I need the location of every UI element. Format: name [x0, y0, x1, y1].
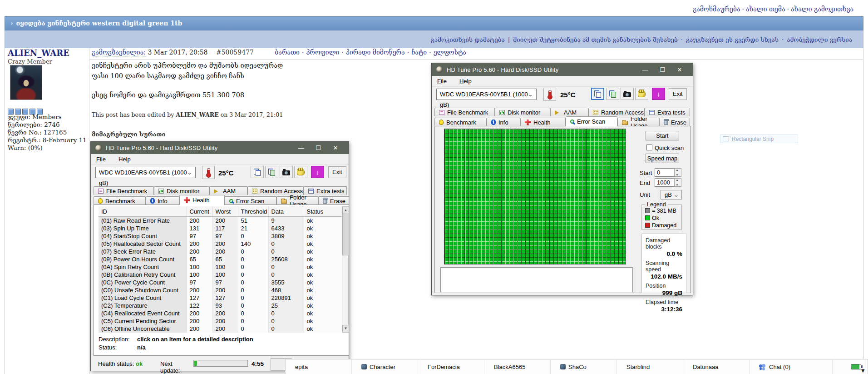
temperature-button[interactable]	[543, 88, 556, 101]
smart-row[interactable]: (03) Spin Up Time 131 117 21 6433 ok	[99, 224, 342, 232]
smart-row[interactable]: (05) Reallocated Sector Count 200 200 14…	[99, 240, 342, 248]
tab-file-benchmark[interactable]: File Benchmark	[94, 186, 154, 195]
copy-button[interactable]	[251, 166, 264, 178]
maximize-button[interactable]: ☐	[654, 64, 671, 76]
save-screenshot-button[interactable]	[265, 166, 278, 178]
scroll-down-icon[interactable]: ▼	[342, 325, 349, 332]
topic-subbar-link[interactable]: ამობეჭდილი ვერსია	[787, 36, 852, 43]
start-field[interactable]: 0	[655, 168, 675, 177]
tab-file-benchmark[interactable]: File Benchmark	[434, 108, 495, 116]
forum-top-link[interactable]: ახალი გამოკითხვა	[791, 5, 853, 13]
temperature-button[interactable]	[202, 166, 215, 179]
smart-column-header[interactable]: Status	[304, 206, 342, 217]
smart-column-header[interactable]: Threshold	[238, 206, 268, 217]
quick-scan-checkbox[interactable]	[646, 145, 652, 150]
topic-subbar-link[interactable]: გამოკითხვის დამატება	[431, 36, 505, 43]
speed-map-button[interactable]: Speed map	[646, 154, 679, 163]
smart-row[interactable]: (C4) Reallocated Event Count 200 200 0 0…	[99, 309, 342, 317]
taskbar-item-chat-0-[interactable]: Chat (0)	[750, 359, 833, 374]
smart-column-header[interactable]: Worst	[212, 206, 238, 217]
menu-file[interactable]: File	[437, 78, 447, 85]
tab-error-scan[interactable]: Error Scan	[225, 196, 276, 205]
end-field[interactable]: 1000	[655, 178, 675, 187]
battery-icon[interactable]	[851, 364, 861, 369]
tab-disk-monitor[interactable]: Disk monitor	[495, 108, 550, 116]
unit-dropdown[interactable]: gB⌄	[661, 190, 682, 199]
tab-info[interactable]: Info	[487, 118, 520, 126]
taskbar-item-starblind[interactable]: Starblind	[617, 359, 683, 374]
tab-folder-usage[interactable]: Folder Usage	[617, 118, 659, 126]
table-scrollbar[interactable]: ▲ ▼	[342, 206, 349, 333]
forum-top-link[interactable]: ახალი თემა	[746, 5, 785, 13]
smart-column-header[interactable]: Data	[268, 206, 304, 217]
end-spinner[interactable]	[674, 178, 681, 187]
topic-subbar-link[interactable]: გაუგზავნეთ ეს გვერდი სხვას	[686, 36, 779, 43]
scroll-corner-arrow-icon[interactable]: ▼	[861, 368, 865, 373]
taskbar-item-blacka6565[interactable]: BlackA6565	[484, 359, 551, 374]
tab-erase[interactable]: Erase	[659, 118, 690, 126]
start-scan-button[interactable]: Start	[646, 131, 679, 140]
minimize-button[interactable]: —	[292, 142, 310, 154]
smart-row[interactable]: (04) Start/Stop Count 97 97 0 3809 ok	[99, 232, 342, 240]
taskbar-item-shaco[interactable]: ShaCo	[551, 359, 617, 374]
taskbar-item-character[interactable]: Character	[352, 359, 418, 374]
taskbar-item-datunaaa[interactable]: Datunaaa	[683, 359, 750, 374]
smart-row[interactable]: (07) Seek Error Rate 200 200 0 0 ok	[99, 248, 342, 255]
drive-select[interactable]: WDC WD10EARS-00Y5B1 (1000 gB)⌄	[95, 167, 196, 178]
tab-benchmark[interactable]: Benchmark	[94, 196, 146, 205]
screenshot-button[interactable]	[621, 88, 634, 100]
copy-button[interactable]	[591, 88, 604, 100]
username-link[interactable]: ALIEN_WARE	[8, 48, 69, 58]
update-button[interactable]: ↓	[652, 88, 665, 100]
post-action-link[interactable]: ჩატი	[411, 49, 427, 56]
smart-row[interactable]: (C5) Current Pending Sector 200 200 0 0 …	[99, 317, 342, 325]
options-button[interactable]	[294, 166, 307, 178]
tab-info[interactable]: Info	[146, 196, 179, 205]
smart-row[interactable]: (0A) Spin Retry Count 100 100 0 0 ok	[99, 263, 342, 271]
post-action-link[interactable]: ელფოსტა	[434, 49, 466, 56]
menu-file[interactable]: File	[96, 156, 106, 163]
window-title-bar[interactable]: HD Tune Pro 5.60 - Hard Disk/SSD Utility…	[432, 63, 693, 76]
smart-row[interactable]: (C2) Temperature 122 93 0 25 ok	[99, 302, 342, 309]
menu-help[interactable]: Help	[118, 156, 131, 163]
smart-row[interactable]: (C0) Unsafe Shutdown Count 200 200 0 468…	[99, 286, 342, 294]
smart-row[interactable]: (0C) Power Cycle Count 97 97 0 3555 ok	[99, 279, 342, 286]
menu-help[interactable]: Help	[459, 78, 472, 85]
maximize-button[interactable]: ☐	[310, 142, 327, 154]
tab-error-scan[interactable]: Error Scan	[566, 116, 617, 126]
tab-aam[interactable]: AAM	[209, 186, 247, 195]
tab-health[interactable]: Health	[179, 195, 225, 205]
tab-erase[interactable]: Erase	[318, 196, 349, 205]
tab-folder-usage[interactable]: Folder Usage	[276, 196, 318, 205]
save-screenshot-button[interactable]	[606, 88, 619, 100]
smart-column-header[interactable]: ID	[99, 206, 187, 217]
drive-select[interactable]: WDC WD10EARS-00Y5B1 (1000 gB)⌄	[436, 89, 537, 100]
smart-row[interactable]: (C1) Load Cycle Count 127 127 0 220891 o…	[99, 294, 342, 302]
post-action-link[interactable]: პროფილი	[306, 49, 339, 56]
tab-benchmark[interactable]: Benchmark	[434, 118, 487, 126]
forum-top-link[interactable]: გამოხმაურება	[693, 5, 740, 13]
tab-aam[interactable]: AAM	[550, 108, 588, 116]
tab-health[interactable]: Health	[520, 118, 566, 126]
taskbar-item-epita[interactable]: epita	[286, 359, 352, 374]
posted-link[interactable]: გამოგზავნილია:	[92, 49, 146, 56]
scrollbar-thumb[interactable]	[342, 214, 349, 255]
smart-row[interactable]: (0B) Calibration Retry Count 100 100 0 0…	[99, 271, 342, 279]
window-title-bar[interactable]: HD Tune Pro 5.60 - Hard Disk/SSD Utility…	[91, 142, 349, 154]
topic-subbar-link[interactable]: მიიღეთ შეტყობინება ამ თემის განახლების შ…	[513, 36, 677, 43]
post-action-link[interactable]: ბარათი	[275, 49, 300, 56]
tab-disk-monitor[interactable]: Disk monitor	[154, 186, 209, 195]
update-button[interactable]: ↓	[311, 166, 324, 178]
scroll-up-icon[interactable]: ▲	[342, 207, 349, 214]
exit-button[interactable]: Exit	[669, 88, 687, 100]
smart-row[interactable]: (09) Power On Hours Count 65 65 0 25608 …	[99, 255, 342, 263]
exit-button[interactable]: Exit	[328, 166, 346, 178]
smart-column-header[interactable]: Current	[187, 206, 212, 217]
post-action-link[interactable]: პირადი მიმოწერა	[346, 49, 405, 56]
minimize-button[interactable]: —	[636, 64, 654, 76]
close-button[interactable]: ✕	[671, 64, 688, 76]
smart-row[interactable]: (01) Raw Read Error Rate 200 200 51 9 ok	[99, 217, 342, 225]
taskbar-item-fordemacia[interactable]: ForDemacia	[418, 359, 484, 374]
options-button[interactable]	[635, 88, 648, 100]
smart-row[interactable]: (C6) Offline Uncorrectable 200 200 0 0 o…	[99, 325, 342, 333]
